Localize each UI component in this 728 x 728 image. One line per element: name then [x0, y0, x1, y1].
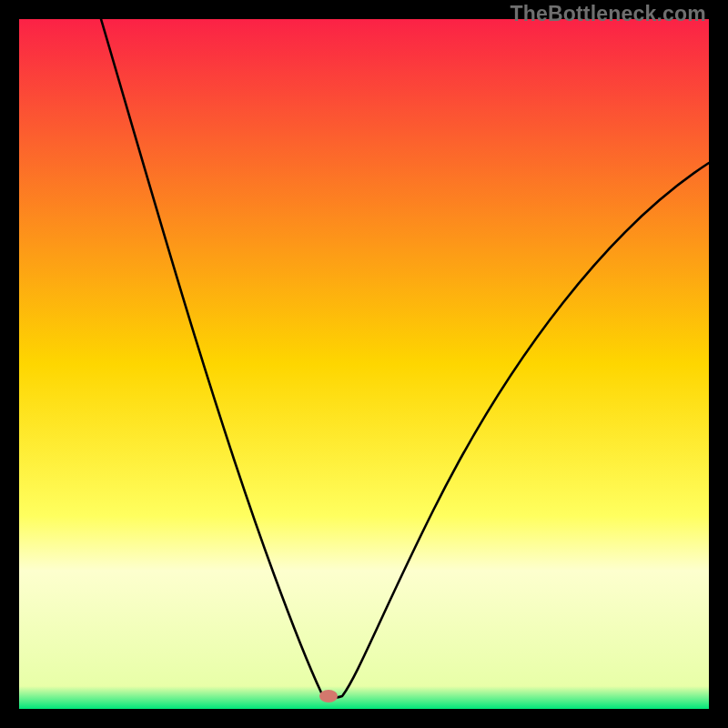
gradient-background [19, 19, 709, 709]
chart-plot [19, 19, 709, 709]
chart-frame: TheBottleneck.com [0, 0, 728, 728]
watermark-text: TheBottleneck.com [510, 2, 706, 26]
minimum-marker [319, 690, 338, 703]
